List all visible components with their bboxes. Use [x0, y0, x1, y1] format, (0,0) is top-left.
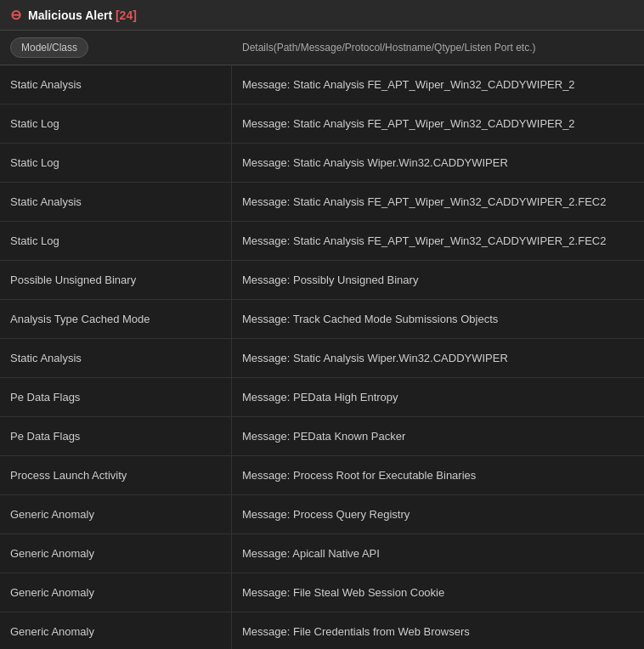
main-container: ⊖ Malicious Alert [24] Model/Class Detai… — [0, 0, 644, 649]
cell-model-6: Analysis Type Cached Mode — [0, 300, 232, 338]
cell-model-5: Possible Unsigned Binary — [0, 261, 232, 299]
table-row[interactable]: Possible Unsigned BinaryMessage: Possibl… — [0, 261, 644, 300]
table-row[interactable]: Generic AnomalyMessage: File Credentials… — [0, 612, 644, 649]
alert-title: Malicious Alert [24] — [28, 8, 137, 22]
cell-model-7: Static Analysis — [0, 339, 232, 377]
column-headers: Model/Class Details(Path/Message/Protoco… — [0, 31, 644, 65]
cell-details-7: Message: Static Analysis Wiper.Win32.CAD… — [232, 339, 644, 377]
cell-model-9: Pe Data Flags — [0, 417, 232, 455]
model-class-label: Model/Class — [10, 37, 88, 58]
cell-model-11: Generic Anomaly — [0, 495, 232, 533]
cell-model-10: Process Launch Activity — [0, 456, 232, 494]
table-row[interactable]: Process Launch ActivityMessage: Process … — [0, 456, 644, 495]
table-row[interactable]: Static LogMessage: Static Analysis Wiper… — [0, 144, 644, 183]
cell-model-2: Static Log — [0, 144, 232, 182]
header: ⊖ Malicious Alert [24] — [0, 0, 644, 31]
table-row[interactable]: Generic AnomalyMessage: File Steal Web S… — [0, 573, 644, 612]
cell-model-1: Static Log — [0, 104, 232, 143]
cell-details-4: Message: Static Analysis FE_APT_Wiper_Wi… — [232, 222, 644, 260]
table-row[interactable]: Generic AnomalyMessage: Apicall Native A… — [0, 534, 644, 573]
cell-details-2: Message: Static Analysis Wiper.Win32.CAD… — [232, 144, 644, 182]
table-row[interactable]: Pe Data FlagsMessage: PEData High Entrop… — [0, 378, 644, 417]
alert-title-text: Malicious Alert — [28, 8, 112, 22]
table-row[interactable]: Analysis Type Cached ModeMessage: Track … — [0, 300, 644, 339]
table-row[interactable]: Static AnalysisMessage: Static Analysis … — [0, 65, 644, 104]
cell-details-6: Message: Track Cached Mode Submissions O… — [232, 300, 644, 338]
cell-details-0: Message: Static Analysis FE_APT_Wiper_Wi… — [232, 65, 644, 104]
table-row[interactable]: Pe Data FlagsMessage: PEData Known Packe… — [0, 417, 644, 456]
cell-details-13: Message: File Steal Web Session Cookie — [232, 573, 644, 612]
cell-details-5: Message: Possibly Unsigned Binary — [232, 261, 644, 299]
cell-model-12: Generic Anomaly — [0, 534, 232, 573]
cell-details-11: Message: Process Query Registry — [232, 495, 644, 533]
alert-table: Model/Class Details(Path/Message/Protoco… — [0, 31, 644, 649]
cell-details-10: Message: Process Root for Executable Bin… — [232, 456, 644, 494]
table-row[interactable]: Static AnalysisMessage: Static Analysis … — [0, 339, 644, 378]
cell-details-14: Message: File Credentials from Web Brows… — [232, 612, 644, 649]
details-label: Details(Path/Message/Protocol/Hostname/Q… — [242, 42, 536, 54]
table-row[interactable]: Generic AnomalyMessage: Process Query Re… — [0, 495, 644, 534]
cell-details-12: Message: Apicall Native API — [232, 534, 644, 573]
cell-model-8: Pe Data Flags — [0, 378, 232, 416]
cell-details-1: Message: Static Analysis FE_APT_Wiper_Wi… — [232, 104, 644, 143]
cell-model-14: Generic Anomaly — [0, 612, 232, 649]
cell-details-3: Message: Static Analysis FE_APT_Wiper_Wi… — [232, 183, 644, 221]
collapse-icon[interactable]: ⊖ — [10, 7, 21, 23]
table-row[interactable]: Static AnalysisMessage: Static Analysis … — [0, 183, 644, 222]
cell-model-0: Static Analysis — [0, 65, 232, 104]
alert-count: [24] — [116, 8, 137, 22]
table-row[interactable]: Static LogMessage: Static Analysis FE_AP… — [0, 104, 644, 144]
cell-details-9: Message: PEData Known Packer — [232, 417, 644, 455]
cell-model-3: Static Analysis — [0, 183, 232, 221]
model-class-column-header: Model/Class — [0, 31, 232, 65]
cell-model-13: Generic Anomaly — [0, 573, 232, 612]
table-row[interactable]: Static LogMessage: Static Analysis FE_AP… — [0, 222, 644, 261]
cell-model-4: Static Log — [0, 222, 232, 260]
details-column-header: Details(Path/Message/Protocol/Hostname/Q… — [232, 31, 644, 65]
cell-details-8: Message: PEData High Entropy — [232, 378, 644, 416]
table-body: Static AnalysisMessage: Static Analysis … — [0, 65, 644, 649]
